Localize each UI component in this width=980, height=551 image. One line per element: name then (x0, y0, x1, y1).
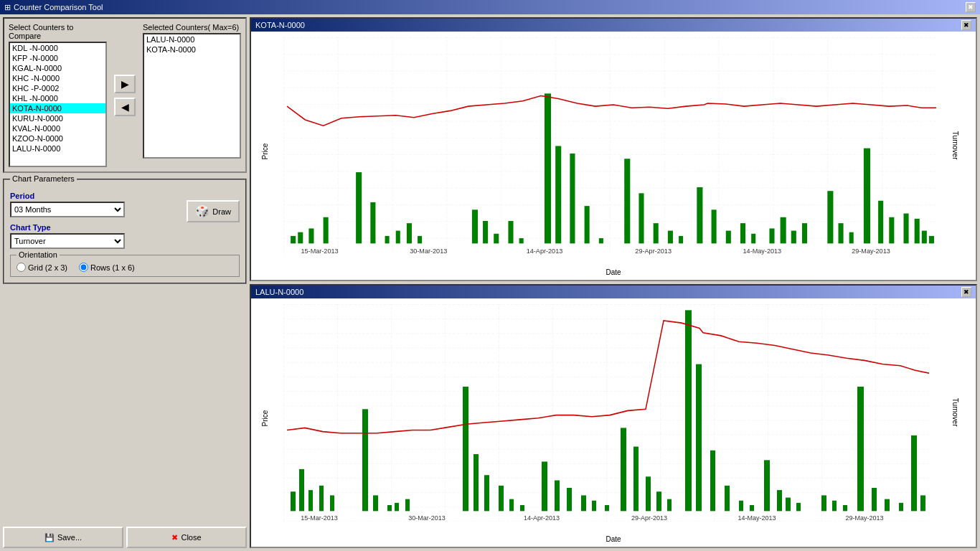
svg-rect-146 (821, 495, 826, 511)
svg-text:29-May-2013: 29-May-2013 (846, 514, 884, 522)
svg-rect-125 (542, 461, 547, 511)
period-container: Period 01 Month 03 Months 06 Months 01 Y… (10, 186, 179, 249)
draw-cube-icon: 🎲 (195, 204, 209, 218)
chart-params-title: Chart Parameters (10, 174, 77, 183)
close-label: Close (181, 533, 201, 542)
svg-rect-39 (370, 202, 375, 243)
available-counters-container: Select Counters to Compare KDL -N-0000 K… (9, 23, 107, 167)
list-item-khcn[interactable]: KHC -N-0000 (10, 73, 105, 83)
available-counters-list[interactable]: KDL -N-0000 KFP -N-0000 KGAL-N-0000 KHC … (9, 42, 107, 167)
svg-rect-111 (308, 490, 313, 511)
available-counters-inner[interactable]: KDL -N-0000 KFP -N-0000 KGAL-N-0000 KHC … (10, 43, 105, 166)
svg-rect-110 (299, 469, 304, 512)
draw-button[interactable]: 🎲 Draw (187, 200, 240, 222)
close-button[interactable]: ✖ Close (126, 527, 247, 548)
chart-type-select[interactable]: Turnover Volume Price (10, 233, 125, 249)
svg-rect-45 (483, 221, 488, 243)
svg-rect-138 (710, 451, 715, 512)
list-item-kval[interactable]: KVAL-N-0000 (10, 123, 105, 133)
svg-rect-151 (885, 499, 890, 512)
svg-rect-65 (781, 217, 786, 244)
svg-rect-56 (654, 223, 659, 243)
list-item-kuru[interactable]: KURU-N-0000 (10, 113, 105, 123)
svg-rect-143 (777, 490, 782, 511)
svg-rect-60 (712, 209, 717, 243)
svg-rect-128 (581, 495, 586, 511)
chart2-close-button[interactable]: ✖ (961, 287, 971, 297)
app-icon: ⊞ (4, 3, 11, 12)
svg-rect-114 (362, 409, 368, 511)
svg-rect-63 (751, 234, 755, 244)
list-item-kzoo[interactable]: KZOO-N-0000 (10, 133, 105, 143)
svg-text:15-Mar-2013: 15-Mar-2013 (301, 514, 337, 522)
list-item-kfp[interactable]: KFP -N-0000 (10, 53, 105, 63)
svg-rect-43 (418, 236, 422, 243)
svg-rect-124 (520, 505, 524, 511)
list-item-kota[interactable]: KOTA-N-0000 (10, 103, 105, 113)
svg-rect-40 (385, 236, 390, 243)
chart1-close-button[interactable]: ✖ (961, 20, 971, 30)
svg-rect-136 (685, 310, 692, 511)
list-item-kdl[interactable]: KDL -N-0000 (10, 43, 105, 53)
list-item-kgal[interactable]: KGAL-N-0000 (10, 63, 105, 73)
svg-rect-119 (463, 387, 468, 511)
period-select[interactable]: 01 Month 03 Months 06 Months 01 Year 03 … (10, 202, 125, 217)
svg-rect-116 (387, 505, 392, 511)
chart1-body: Price Turnover Date 60.00 (251, 32, 976, 280)
remove-counter-button[interactable]: ◀ (114, 98, 136, 116)
draw-button-label: Draw (212, 207, 231, 216)
svg-rect-35 (298, 232, 303, 244)
grid-label: Grid (2 x 3) (28, 263, 67, 272)
selected-item-lalu[interactable]: LALU-N-0000 (144, 34, 240, 44)
title-bar-close-button[interactable]: ✖ (966, 2, 976, 12)
close-icon: ✖ (171, 533, 178, 542)
svg-rect-62 (740, 223, 745, 243)
selected-counters-inner[interactable]: LALU-N-0000 KOTA-N-0000 (144, 34, 240, 157)
chart1-title-bar: KOTA-N-0000 ✖ (251, 19, 976, 32)
svg-rect-121 (484, 475, 489, 511)
svg-rect-55 (639, 193, 644, 243)
svg-rect-137 (696, 364, 702, 512)
svg-rect-134 (656, 491, 661, 511)
list-item-lalu[interactable]: LALU-N-0000 (10, 143, 105, 154)
chart1-y-left-label: Price (261, 143, 269, 160)
svg-rect-78 (283, 304, 929, 522)
bottom-buttons: 💾 Save... ✖ Close (3, 527, 247, 548)
chart2-svg: 35.00 32.50 30.00 27.50 25.00 22.50 20.0… (283, 304, 929, 522)
svg-rect-129 (592, 501, 596, 512)
svg-rect-58 (679, 236, 683, 243)
svg-rect-50 (555, 146, 561, 244)
svg-rect-142 (764, 460, 770, 511)
svg-rect-150 (872, 488, 877, 511)
selected-counters-list[interactable]: LALU-N-0000 KOTA-N-0000 (143, 33, 241, 159)
svg-text:14-May-2013: 14-May-2013 (743, 248, 782, 255)
svg-rect-54 (624, 159, 630, 243)
grid-radio[interactable] (17, 263, 26, 272)
svg-rect-120 (473, 454, 479, 511)
list-item-khcp[interactable]: KHC -P-0002 (10, 83, 105, 93)
selected-item-kota[interactable]: KOTA-N-0000 (144, 44, 240, 55)
chart2-title: LALU-N-0000 (255, 288, 303, 296)
rows-radio[interactable] (79, 263, 88, 272)
chart-type-label: Chart Type (10, 223, 179, 232)
orientation-options: Grid (2 x 3) Rows (1 x 6) (17, 263, 233, 272)
save-icon: 💾 (44, 533, 55, 542)
rows-option[interactable]: Rows (1 x 6) (79, 263, 135, 272)
svg-rect-131 (621, 428, 626, 511)
svg-rect-135 (667, 499, 672, 512)
grid-option[interactable]: Grid (2 x 3) (17, 263, 67, 272)
svg-rect-52 (585, 206, 590, 243)
add-counter-button[interactable]: ▶ (114, 75, 136, 93)
selected-counters-container: Selected Counters( Max=6) LALU-N-0000 KO… (143, 23, 241, 167)
chart2-window: LALU-N-0000 ✖ Price Turnover Date (250, 284, 977, 548)
svg-rect-76 (922, 231, 927, 244)
save-button[interactable]: 💾 Save... (3, 527, 123, 548)
svg-rect-118 (405, 499, 410, 512)
list-item-khl[interactable]: KHL -N-0000 (10, 93, 105, 103)
svg-rect-145 (796, 503, 801, 511)
svg-rect-75 (915, 219, 920, 243)
svg-rect-147 (832, 501, 837, 512)
svg-rect-132 (633, 447, 639, 512)
chart2-x-label: Date (606, 535, 621, 543)
svg-rect-122 (499, 486, 504, 512)
